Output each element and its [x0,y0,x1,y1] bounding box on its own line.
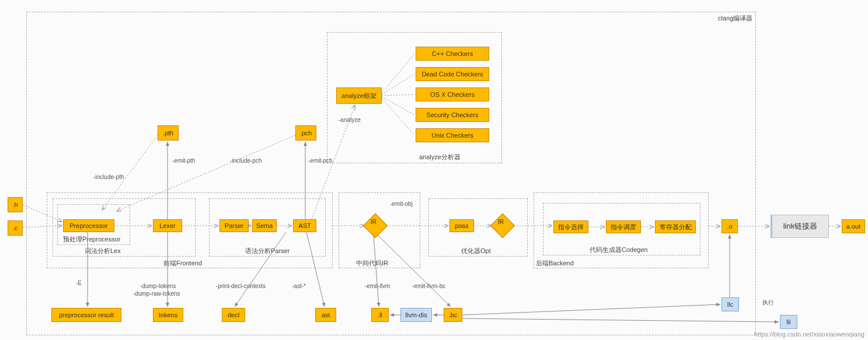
node-checker-4: Unix Checkers [416,128,489,142]
label-midir: 中间代码IR [356,259,388,268]
node-llc: llc [721,297,739,311]
label-codegen: 代码生成器Codegen [590,246,648,254]
lbl-emit-pth: -emit-pth [172,157,195,164]
diagram-canvas: clang编译器 .h .c 前端Frontend 词法分析Lex 预处理Pre… [0,0,868,340]
node-o: .o [721,219,738,233]
node-pass: pass [449,219,474,232]
node-preproc-result: preprocessor result [51,308,121,322]
node-decl: decl [222,308,245,322]
node-sema: Sema [252,219,277,232]
node-h: .h [8,197,23,212]
lbl-print-decl: -print-decl-contexts [216,283,266,289]
node-lli: lli [780,315,797,329]
title-label: clang编译器 [718,14,752,23]
lbl-include-pch: -include-pch [230,157,262,164]
lbl-dump-raw-tokens: -dump-raw-tokens [133,290,180,297]
node-pth: .pth [158,125,179,141]
watermark: https://blog.csdn.net/xiaoxiaowenqiang [754,331,864,338]
node-linker: link链接器 [771,215,829,238]
label-backend: 后端Backend [536,259,574,268]
node-preprocessor: Preprocessor [63,219,114,232]
label-analyze: analyze分析器 [419,153,461,162]
node-checker-2: OS X Checkers [416,87,489,101]
node-checker-0: C++ Checkers [416,47,489,61]
label-lex: 词法分析Lex [85,247,121,255]
lbl-emit-obj: -emit-obj [390,201,413,207]
node-llvmdis: llvm-dis [400,308,432,322]
node-lexer: Lexer [153,219,182,232]
node-regalloc: 寄存器分配 [655,220,696,233]
lbl-emit-llvm-bc: -emit-llvm-bc [412,283,445,289]
node-aout: a.out [842,219,865,233]
label-opt: 优化器Opt [461,247,491,255]
node-isched: 指令调度 [606,220,641,233]
lbl-dump-tokens: -dump-tokens [140,283,176,289]
node-c: .c [8,220,23,236]
node-ast-out: ast [315,308,336,322]
lbl-E: -E [76,280,82,286]
node-bc: .bc [444,308,462,322]
node-ast: AST [293,219,316,232]
node-checker-1: Dead Code Checkers [416,67,489,81]
node-pch: .pch [295,125,316,141]
node-analyze-box: analyze框架 [336,87,382,104]
lbl-emit-pch: -emit-pch [308,157,333,164]
node-tokens: tokens [153,308,183,322]
lbl-analyze: -analyze [339,117,361,123]
node-isel: 指令选择 [553,220,588,233]
lbl-emit-llvm: -emit-llvm [365,283,390,289]
lbl-exec: 执行 [762,299,774,307]
label-parser: 语法分析Parser [245,247,290,255]
lbl-include-pth: -include-pth [93,174,124,180]
label-frontend: 前端Frontend [163,259,202,268]
node-checker-3: Security Checkers [416,108,489,122]
lbl-ast-star: -ast-* [292,283,306,289]
label-preproc: 预处理Preprocessor [63,235,120,244]
node-parser: Parser [219,219,249,232]
node-ll: .ll [371,308,389,322]
